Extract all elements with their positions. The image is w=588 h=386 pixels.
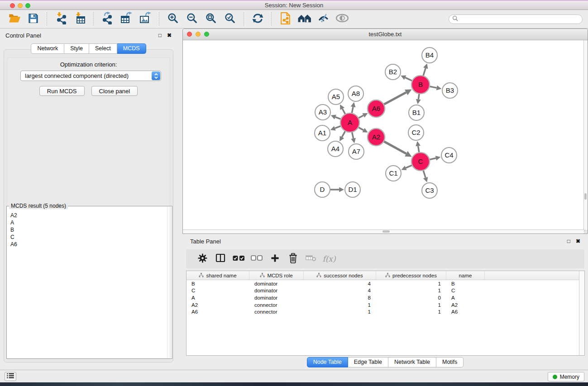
import-network-button[interactable] (53, 12, 69, 26)
tab-edge-table[interactable]: Edge Table (348, 357, 388, 367)
cell-name: A (446, 295, 485, 300)
table-row[interactable]: Adominator80A (186, 294, 584, 301)
fx-icon: f(x) (322, 254, 335, 263)
zoom-in-button[interactable] (165, 12, 181, 26)
delete-table-button (302, 251, 320, 267)
float-table-panel-icon[interactable]: □ (567, 238, 570, 244)
tab-network-table[interactable]: Network Table (388, 357, 436, 367)
tab-node-table[interactable]: Node Table (307, 357, 348, 367)
tab-mcds[interactable]: MCDS (117, 43, 146, 54)
result-item[interactable]: A6 (10, 241, 167, 248)
select-all-columns-button[interactable] (229, 251, 248, 267)
global-search-field[interactable] (449, 14, 583, 24)
delete-table-icon (306, 255, 316, 263)
result-item[interactable]: C (10, 234, 167, 241)
network-graph[interactable]: B4B2BB3A5A8A6A3AB1A1C2A2A4A7C4CC1DD1C3 (183, 40, 585, 231)
toolbar-separator (244, 12, 244, 26)
dropdown-stepper-icon (152, 71, 160, 80)
export-network-icon (101, 12, 114, 26)
export-image-button[interactable] (137, 12, 153, 26)
criterion-dropdown[interactable]: largest connected component (directed) (20, 71, 161, 81)
tab-select[interactable]: Select (89, 43, 117, 54)
zoom-fit-button[interactable] (203, 12, 219, 26)
ndex-button[interactable] (277, 12, 293, 26)
home-browser-button[interactable] (296, 12, 312, 26)
column-header-shared-name[interactable]: shared name (186, 271, 249, 280)
tab-network[interactable]: Network (31, 43, 64, 54)
node-label-A: A (348, 119, 352, 126)
level-of-detail-button[interactable] (334, 12, 350, 26)
network-horizontal-scrollbar[interactable] (183, 229, 584, 234)
float-panel-icon[interactable]: □ (158, 33, 162, 38)
node-label-C2: C2 (411, 129, 420, 136)
result-scrollbar[interactable] (167, 207, 172, 358)
tab-style[interactable]: Style (64, 43, 89, 54)
node-table[interactable]: shared nameMCDS rolesuccessor nodesprede… (186, 271, 585, 356)
unselect-all-columns-button[interactable] (248, 251, 266, 267)
export-network-button[interactable] (99, 12, 115, 26)
search-input[interactable] (460, 15, 582, 23)
table-row[interactable]: A6connector11A6 (186, 308, 584, 315)
function-builder-button: f(x) (320, 251, 338, 267)
import-table-button[interactable] (72, 12, 88, 26)
main-toolbar (0, 10, 588, 29)
gear-icon (198, 253, 207, 265)
result-item[interactable]: A (10, 219, 167, 226)
edge-arrowhead (416, 99, 421, 105)
show-columns-button[interactable] (211, 251, 229, 267)
memory-status-icon (553, 375, 557, 379)
tab-motifs[interactable]: Motifs (436, 357, 464, 367)
window-title: Session: New Session (0, 2, 588, 9)
status-bar: Memory (0, 370, 588, 382)
table-mode-button[interactable] (193, 251, 211, 267)
column-header-MCDS-role[interactable]: MCDS role (249, 271, 304, 280)
node-label-B1: B1 (412, 109, 421, 116)
zoom-selected-button[interactable] (222, 12, 238, 26)
delete-columns-button[interactable] (284, 251, 302, 267)
table-vertical-scrollbar[interactable] (579, 271, 584, 355)
table-toolbar: f(x) (186, 249, 584, 268)
result-item[interactable]: B (10, 226, 167, 234)
toolbar-separator (271, 12, 272, 26)
resize-grip-icon[interactable] (584, 230, 588, 234)
result-item[interactable]: A2 (10, 212, 167, 219)
task-history-button[interactable] (5, 372, 16, 381)
attribute-tree-icon (385, 273, 390, 278)
zoom-fit-icon (205, 12, 217, 26)
column-header-predecessor-nodes[interactable]: predecessor nodes (376, 271, 446, 280)
cell-shared-name: A (186, 295, 249, 300)
node-label-A7: A7 (352, 148, 360, 155)
table-row[interactable]: Cdominator41C (186, 287, 584, 295)
export-table-button[interactable] (118, 12, 134, 26)
table-row[interactable]: Bdominator41B (186, 280, 584, 287)
annotation-toggle-button[interactable] (315, 12, 331, 26)
run-mcds-button[interactable]: Run MCDS (39, 86, 85, 96)
close-panel-icon[interactable]: ✖ (167, 33, 172, 38)
table-tabs: Node TableEdge TableNetwork TableMotifs (182, 357, 588, 367)
close-table-panel-icon[interactable]: ✖ (576, 238, 580, 244)
zoom-out-button[interactable] (184, 12, 200, 26)
node-label-D1: D1 (348, 186, 357, 193)
close-panel-button[interactable]: Close panel (91, 86, 138, 96)
refresh-layout-button[interactable] (249, 12, 266, 26)
edge-A2-C (383, 141, 406, 153)
column-header-successor-nodes[interactable]: successor nodes (304, 271, 376, 280)
table-row[interactable]: A2connector11A2 (186, 301, 584, 309)
toolbar-separator (93, 12, 94, 26)
eye-icon (335, 14, 349, 24)
network-vertical-scrollbar[interactable] (583, 40, 588, 230)
double-house-icon (297, 13, 311, 25)
zoom-in-icon (167, 12, 179, 26)
create-column-button[interactable] (266, 251, 284, 267)
memory-button[interactable]: Memory (548, 372, 584, 381)
column-header-name[interactable]: name (446, 271, 485, 280)
open-session-button[interactable] (6, 12, 22, 26)
cell-name: B (446, 281, 485, 286)
table-header-row: shared nameMCDS rolesuccessor nodesprede… (186, 271, 584, 280)
export-table-icon (120, 12, 133, 26)
cell-predecessor-nodes: 1 (376, 288, 446, 293)
checked-checkboxes-icon (233, 255, 245, 263)
node-label-A6: A6 (372, 105, 380, 112)
network-canvas[interactable]: B4B2BB3A5A8A6A3AB1A1C2A2A4A7C4CC1DD1C3 (183, 40, 584, 230)
save-session-button[interactable] (25, 12, 41, 26)
